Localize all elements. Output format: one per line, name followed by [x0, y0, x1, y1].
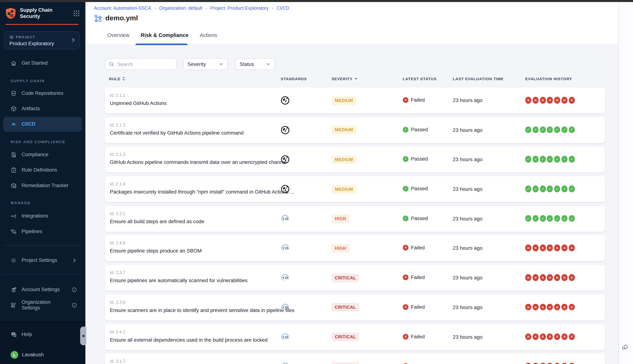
sidebar-item-account-settings[interactable]: Account Settings	[3, 282, 82, 297]
account-settings-layers-icon	[10, 286, 17, 292]
latest-status-cell: Passed	[403, 156, 428, 162]
history-failed-icon	[554, 333, 560, 340]
column-header-latest-status[interactable]: LATEST STATUS	[403, 76, 437, 81]
sidebar-item-pipelines[interactable]: Pipelines	[3, 224, 82, 239]
column-header-rule[interactable]: RULE	[109, 76, 125, 81]
search-box[interactable]	[105, 58, 176, 70]
evaluation-history	[525, 215, 574, 222]
breadcrumb-cicd-link[interactable]: CI/CD	[276, 6, 290, 10]
evaluation-history	[525, 363, 574, 364]
owasp-standard-icon	[281, 96, 290, 105]
status-filter-dropdown[interactable]: Status	[235, 58, 275, 70]
table-row[interactable]: Id: 2.3.8 Ensure scanners are in place t…	[105, 294, 605, 320]
sidebar-item-code-repositories[interactable]: Code Repositories	[3, 86, 82, 101]
sidebar-item-cicd[interactable]: CI/CD	[3, 116, 82, 132]
severity-filter-dropdown[interactable]: Severity	[183, 58, 228, 70]
sidebar-item-organization-settings[interactable]: Organization Settings	[3, 298, 82, 312]
sidebar-item-integrations[interactable]: Integrations	[3, 208, 82, 224]
standard-cell: CIS	[281, 126, 290, 134]
brand-accent-divider	[6, 24, 78, 24]
latest-status-cell: Failed	[403, 334, 425, 339]
sort-desc-icon[interactable]	[354, 78, 358, 80]
rule-name: Packages insecurely installed through “n…	[110, 189, 294, 195]
breadcrumb-organization-link[interactable]: Organization: default	[159, 6, 202, 10]
sidebar-item-artifacts[interactable]: Artifacts	[3, 101, 82, 116]
table-row[interactable]: Id: 2.3.1 Ensure all build steps are def…	[105, 206, 605, 232]
status-icon	[403, 127, 408, 132]
status-label: Passed	[411, 186, 428, 192]
table-row[interactable]: Id: 2.1.3 GitHub Actions pipeline comman…	[105, 146, 605, 172]
history-failed-icon	[532, 363, 538, 364]
chevron-right-icon	[70, 37, 76, 42]
history-failed-icon	[540, 244, 546, 252]
history-passed-icon	[540, 215, 546, 222]
rule-id: Id: 2.1.2	[110, 122, 125, 127]
status-label: Passed	[411, 216, 428, 221]
severity-badge: CRITICAL	[332, 333, 359, 341]
history-failed-icon	[562, 244, 568, 252]
history-passed-icon	[554, 156, 560, 163]
tab-risk-and-compliance[interactable]: Risk & Compliance	[140, 30, 190, 40]
history-failed-icon	[562, 333, 568, 340]
column-header-standards[interactable]: STANDARDS	[281, 76, 307, 81]
table-row[interactable]: Id: 2.4.2 Ensure all external dependenci…	[105, 324, 605, 350]
app-grid-icon[interactable]	[73, 10, 80, 16]
project-name: Product Exploratory	[9, 40, 54, 46]
search-input[interactable]	[117, 61, 172, 68]
table-row[interactable]: Id: 2.1.1 Unpinned GitHub Actions CIS ME…	[105, 88, 605, 114]
history-failed-icon	[562, 363, 568, 364]
evaluation-history	[525, 274, 574, 281]
column-header-severity[interactable]: SEVERITY	[332, 76, 358, 81]
project-eyebrow-label: PROJECT	[16, 35, 35, 39]
history-failed-icon	[569, 97, 575, 104]
status-icon	[403, 186, 408, 192]
table-row[interactable]: Id: 2.1.4 Packages insecurely installed …	[105, 176, 605, 202]
table-row[interactable]: Id: 2.4.6 Ensure pipeline steps produce …	[105, 235, 605, 261]
sidebar-user[interactable]: L Lavakush	[3, 347, 82, 362]
rule-definitions-clipboard-icon	[10, 167, 17, 173]
project-switcher[interactable]: PROJECT Product Exploratory	[4, 31, 80, 49]
page-header: Account: Automation-SSCA › Organization:…	[85, 2, 618, 45]
standard-cell: CIS	[281, 362, 290, 364]
column-header-last-evaluation-time[interactable]: LAST EVALUATION TIME	[453, 76, 504, 81]
svg-text:CIS: CIS	[283, 217, 289, 221]
sidebar-item-rule-definitions[interactable]: Rule Definitions	[3, 162, 82, 178]
collapse-arrow-icon	[82, 334, 84, 338]
table-row[interactable]: Id: 3.1.7 CIS CRITICAL Failed	[105, 354, 605, 364]
sidebar-collapse-handle[interactable]	[80, 327, 86, 345]
sidebar-item-remediation-tracker[interactable]: Remediation Tracker	[3, 178, 82, 193]
sidebar-item-compliance[interactable]: Compliance	[3, 147, 82, 162]
history-passed-icon	[540, 126, 546, 133]
compliance-document-icon	[10, 152, 17, 158]
sort-icon[interactable]	[122, 76, 126, 81]
history-failed-icon	[547, 97, 553, 104]
tab-actions[interactable]: Actions	[198, 30, 218, 40]
status-label: Failed	[411, 97, 425, 103]
feedback-chat-icon[interactable]	[622, 344, 628, 350]
evaluation-time: 23 hours ago	[453, 245, 482, 251]
column-header-evaluation-history[interactable]: EVALUATION HISTORY	[525, 76, 572, 81]
table-row[interactable]: Id: 2.3.7 Ensure pipelines are automatic…	[105, 265, 605, 291]
breadcrumb-account-link[interactable]: Account: Automation-SSCA	[94, 6, 151, 10]
history-failed-icon	[525, 333, 531, 340]
evaluation-history	[525, 333, 574, 340]
sidebar-item-get-started[interactable]: Get Started	[3, 56, 82, 70]
breadcrumb-project-link[interactable]: Project: Product Exploratory	[210, 6, 269, 10]
tab-overview[interactable]: Overview	[106, 30, 131, 40]
status-label: Failed	[411, 363, 425, 364]
section-label-manage: MANAGE	[10, 200, 80, 205]
status-icon	[403, 363, 408, 364]
standard-cell: CIS	[281, 185, 290, 194]
rule-name: Certificate not verified by GitHub Actio…	[110, 130, 244, 136]
sidebar-item-project-settings[interactable]: Project Settings	[3, 253, 82, 268]
rule-id: Id: 2.4.6	[110, 240, 125, 246]
sidebar-item-label: Project Settings	[22, 258, 57, 263]
history-failed-icon	[525, 274, 531, 281]
right-utility-rail	[618, 2, 633, 364]
table-row[interactable]: Id: 2.1.2 Certificate not verified by Gi…	[105, 117, 605, 143]
latest-status-cell: Failed	[403, 245, 425, 251]
history-failed-icon	[554, 274, 560, 281]
sidebar-item-help[interactable]: ? Help	[3, 327, 82, 342]
severity-badge: MEDIUM	[332, 185, 356, 194]
owasp-standard-icon	[281, 126, 290, 134]
